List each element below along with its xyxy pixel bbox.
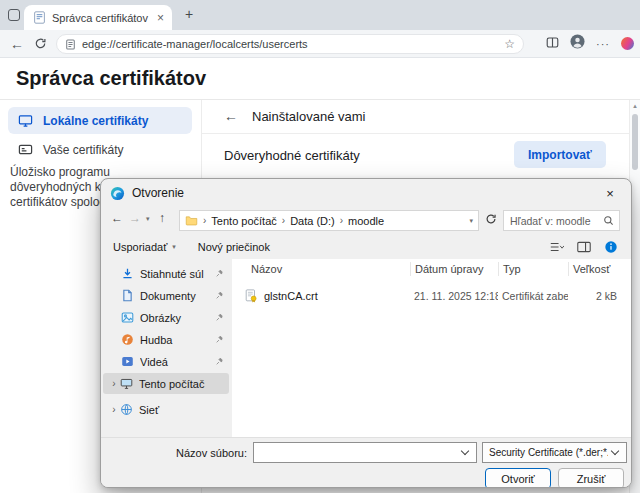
toolbar-icons: ··· (546, 30, 634, 57)
site-icon (65, 39, 76, 50)
view-mode-button[interactable] (550, 241, 564, 253)
nav-item-label: Tento počítač (139, 378, 229, 390)
certificate-favicon-icon (33, 11, 46, 24)
nav-item-downloads[interactable]: Stiahnuté súl (103, 263, 229, 284)
breadcrumb-item-moodle[interactable]: moodle (348, 215, 384, 227)
refresh-button[interactable] (31, 30, 49, 57)
browser-window: Správca certifikátov × + ← edge://certif… (0, 0, 640, 493)
breadcrumb[interactable]: › Tento počítač › Data (D:) › moodle ▾ (179, 210, 479, 231)
url-text: edge://certificate-manager/localcerts/us… (82, 38, 504, 50)
filename-dropdown-icon[interactable] (461, 447, 469, 455)
file-list: Názov Dátum úpravy Typ Veľkosť glstnCA.c… (232, 259, 631, 437)
file-name-cell: glstnCA.crt (232, 289, 410, 303)
profile-avatar[interactable] (570, 34, 585, 53)
downloads-icon (121, 267, 134, 280)
history-dropdown-icon[interactable]: ▾ (146, 215, 150, 223)
breadcrumb-separator: › (203, 215, 206, 226)
tab-close-icon[interactable]: × (155, 11, 166, 25)
nav-item-network[interactable]: › Sieť (103, 399, 229, 420)
chevron-down-icon: ▾ (172, 243, 176, 251)
dialog-refresh-button[interactable] (485, 213, 497, 227)
search-box[interactable] (503, 210, 620, 231)
file-type: Certifikát zabezpe... (498, 290, 568, 302)
breadcrumb-item-this-pc[interactable]: Tento počítač (211, 215, 276, 227)
navigation-bar: ← edge://certificate-manager/localcerts/… (0, 30, 640, 58)
sidebar-item-your-certificates[interactable]: Vaše certifikáty (8, 136, 192, 163)
column-header-date[interactable]: Dátum úpravy (410, 262, 498, 276)
filetype-dropdown-icon[interactable] (611, 447, 619, 455)
filetype-value: Security Certificate (*.der;*.cer; (483, 447, 608, 458)
new-tab-button[interactable]: + (181, 7, 197, 23)
tab-strip: Správca certifikátov × + (0, 0, 640, 30)
command-bar: Usporiadať ▾ Nový priečinok (101, 235, 631, 259)
scroll-thumb[interactable] (632, 114, 638, 170)
refresh-icon (485, 213, 497, 225)
pin-icon (215, 291, 224, 300)
column-header-type[interactable]: Typ (498, 262, 568, 276)
column-header-size[interactable]: Veľkosť (568, 262, 631, 276)
new-folder-button[interactable]: Nový priečinok (198, 241, 270, 253)
address-bar[interactable]: edge://certificate-manager/localcerts/us… (56, 34, 524, 54)
nav-item-documents[interactable]: Dokumenty (103, 285, 229, 306)
breadcrumb-dropdown-icon[interactable]: ▾ (469, 217, 473, 225)
open-button[interactable]: Otvoriť (485, 468, 551, 488)
filename-input[interactable] (254, 447, 458, 459)
edge-icon (110, 186, 125, 201)
nav-item-pictures[interactable]: Obrázky (103, 307, 229, 328)
dialog-title: Otvorenie (132, 186, 184, 200)
cancel-button[interactable]: Zrušiť (558, 468, 624, 488)
installed-by-you-label: Nainštalované vami (252, 109, 365, 124)
nav-item-videos[interactable]: Videá (103, 351, 229, 372)
search-icon (603, 215, 614, 226)
page-header: Správca certifikátov (0, 58, 640, 100)
browser-tab[interactable]: Správca certifikátov × (24, 5, 172, 30)
expand-chevron-icon[interactable]: › (108, 378, 120, 389)
dialog-back-button[interactable]: ← (111, 211, 123, 225)
favorite-star-icon[interactable]: ☆ (504, 37, 515, 51)
nav-item-this-pc[interactable]: › Tento počítač (103, 373, 229, 394)
dialog-close-button[interactable]: × (590, 180, 630, 206)
pin-icon (215, 269, 224, 278)
breadcrumb-item-drive-d[interactable]: Data (D:) (290, 215, 335, 227)
card-icon (18, 142, 33, 157)
network-icon (120, 403, 133, 416)
tab-title: Správca certifikátov (52, 12, 151, 24)
filetype-select[interactable]: Security Certificate (*.der;*.cer; (482, 442, 627, 463)
sidebar-item-label: Lokálne certifikáty (43, 114, 148, 128)
installed-by-you-header: ← Nainštalované vami (224, 108, 365, 124)
navigation-pane: Stiahnuté súl Dokumenty (101, 259, 232, 437)
nav-item-label: Stiahnuté súl (140, 268, 215, 280)
sidebar-item-local-certificates[interactable]: Lokálne certifikáty (8, 107, 192, 134)
search-input[interactable] (504, 215, 603, 227)
file-date: 21. 11. 2025 12:18 (410, 290, 498, 302)
column-header-name[interactable]: Názov (232, 262, 410, 276)
nav-item-music[interactable]: Hudba (103, 329, 229, 350)
organize-button[interactable]: Usporiadať ▾ (113, 241, 176, 253)
pin-icon (215, 357, 224, 366)
dialog-up-button[interactable]: ↑ (159, 211, 165, 225)
info-button[interactable] (604, 240, 618, 254)
open-file-dialog: Otvorenie × ← → ▾ ↑ › Tento počítač › Da… (100, 178, 632, 488)
back-button[interactable]: ← (8, 30, 26, 57)
settings-menu-icon[interactable]: ··· (596, 38, 610, 50)
preview-pane-button[interactable] (577, 241, 591, 253)
scroll-up-arrow[interactable]: ▴ (630, 102, 640, 110)
monitor-icon (18, 113, 33, 128)
filename-combobox[interactable] (253, 442, 477, 463)
nav-item-label: Sieť (139, 404, 229, 416)
file-row[interactable]: glstnCA.crt 21. 11. 2025 12:18 Certifiká… (232, 286, 631, 305)
back-arrow-icon[interactable]: ← (224, 108, 238, 124)
workspaces-icon[interactable] (8, 9, 20, 21)
view-controls (550, 240, 618, 254)
import-button[interactable]: Importovať (514, 141, 606, 168)
column-headers: Názov Dátum úpravy Typ Veľkosť (232, 259, 631, 279)
dialog-forward-button[interactable]: → (129, 211, 141, 225)
dialog-body: Stiahnuté súl Dokumenty (101, 259, 631, 437)
dialog-title-bar[interactable]: Otvorenie (101, 179, 631, 207)
computer-icon (120, 377, 133, 390)
expand-chevron-icon[interactable]: › (108, 404, 120, 415)
filename-label: Názov súboru: (147, 447, 247, 459)
refresh-icon (34, 37, 47, 50)
split-screen-icon[interactable] (546, 35, 559, 53)
browser-essentials-icon[interactable] (621, 37, 634, 50)
